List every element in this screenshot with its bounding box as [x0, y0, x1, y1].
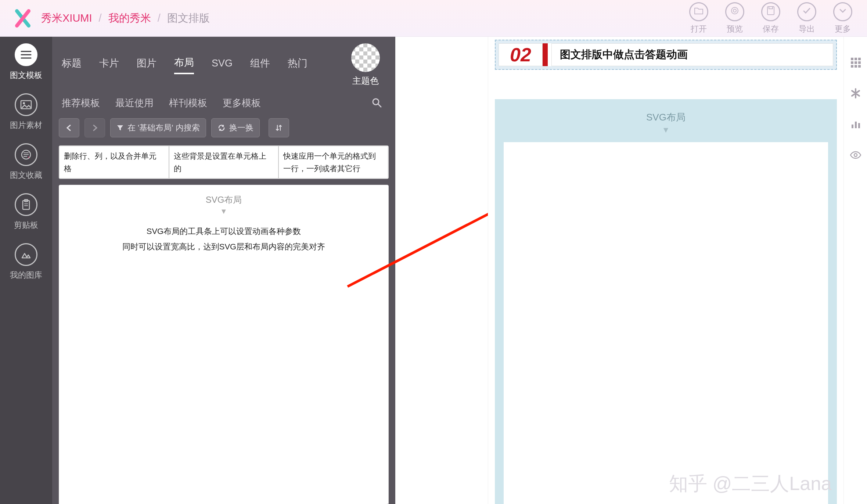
- block-title: 图文排版中做点击答题动画: [560, 47, 688, 62]
- chevron-down-icon: [838, 6, 847, 17]
- rail-clipboard[interactable]: 剪贴板: [14, 193, 38, 231]
- svg-layout-line2: 同时可以设置宽高比，达到SVG层和布局内容的完美对齐: [70, 239, 377, 255]
- filter-icon: [116, 124, 124, 132]
- subtab-recent[interactable]: 最近使用: [115, 97, 154, 109]
- check-icon: [802, 6, 812, 18]
- subtab-sample[interactable]: 样刊模板: [169, 97, 207, 109]
- filter-button[interactable]: 在 '基础布局' 内搜索: [110, 118, 206, 137]
- nav-forward-button[interactable]: [84, 118, 105, 137]
- template-panel: 标题 卡片 图片 布局 SVG 组件 热门 主题色 推荐模板 最近使用 样刊模板…: [52, 37, 395, 504]
- open-action[interactable]: 打开: [689, 2, 708, 35]
- export-label: 导出: [797, 24, 816, 35]
- subtabs-row: 推荐模板 最近使用 样刊模板 更多模板: [52, 87, 395, 118]
- svg-rect-2: [767, 7, 774, 15]
- crumb-current: 图文排版: [167, 11, 210, 26]
- rail-templates-label: 图文模板: [10, 70, 42, 81]
- svg-rect-12: [858, 58, 861, 60]
- svg-rect-14: [855, 61, 857, 64]
- theme-color[interactable]: 主题色: [345, 43, 386, 87]
- editor-canvas[interactable]: 02 图文排版中做点击答题动画 SVG布局 ▼ 知乎 @二三人Lana: [488, 37, 843, 504]
- block-number: 02: [510, 44, 531, 66]
- crumb-sep: /: [158, 12, 161, 24]
- shuffle-label: 换一换: [229, 122, 253, 133]
- svg-layout-line1: SVG布局的工具条上可以设置动画各种参数: [70, 224, 377, 239]
- tab-title[interactable]: 标题: [62, 57, 82, 73]
- table-cell: 快速应用一个单元的格式到一行，一列或者其它行: [278, 146, 388, 179]
- save-icon: [766, 6, 775, 18]
- content-block[interactable]: 02 图文排版中做点击答题动画: [495, 40, 837, 70]
- refresh-icon: [217, 124, 226, 132]
- watermark: 知乎 @二三人Lana: [669, 471, 832, 497]
- svg-layout-title: SVG布局: [59, 185, 388, 207]
- tabs-row: 标题 卡片 图片 布局 SVG 组件 热门 主题色: [52, 37, 395, 87]
- tab-layout[interactable]: 布局: [174, 56, 194, 74]
- tab-image[interactable]: 图片: [137, 57, 157, 73]
- theme-swatch: [351, 43, 380, 72]
- folder-icon: [694, 7, 704, 17]
- rail-gallery[interactable]: 我的图库: [10, 243, 42, 281]
- svg-rect-20: [855, 122, 857, 128]
- rail-favorites-label: 图文收藏: [10, 170, 42, 181]
- rail-favorites[interactable]: 图文收藏: [10, 143, 42, 181]
- nav-back-button[interactable]: [59, 118, 79, 137]
- top-actions: 打开 预览 保存 导出 更多: [689, 0, 852, 36]
- save-label: 保存: [761, 24, 780, 35]
- search-icon[interactable]: [368, 94, 386, 112]
- subtab-more[interactable]: 更多模板: [223, 97, 261, 109]
- svg-rect-15: [858, 61, 861, 64]
- export-action[interactable]: 导出: [797, 2, 816, 35]
- preview-icon: [730, 6, 740, 18]
- chart-icon[interactable]: [848, 117, 863, 132]
- template-list[interactable]: 删除行、列，以及合并单元格 这些背景是设置在单元格上的 快速应用一个单元的格式到…: [52, 145, 395, 504]
- rail-templates[interactable]: 图文模板: [10, 43, 42, 81]
- brand-logo: [11, 7, 35, 30]
- svg-rect-10: [851, 58, 853, 60]
- sort-button[interactable]: [269, 118, 289, 137]
- body: 图文模板 图片素材 图文收藏 剪贴板 我的图库: [0, 37, 867, 504]
- save-action[interactable]: 保存: [761, 2, 780, 35]
- shuffle-button[interactable]: 换一换: [211, 118, 260, 137]
- clipboard-icon: [15, 193, 37, 216]
- tab-card[interactable]: 卡片: [99, 57, 119, 73]
- grid-icon[interactable]: [848, 55, 863, 70]
- preview-action[interactable]: 预览: [725, 2, 744, 35]
- more-label: 更多: [833, 24, 852, 35]
- template-card-svglayout[interactable]: SVG布局 ▼ SVG布局的工具条上可以设置动画各种参数 同时可以设置宽高比，达…: [59, 185, 389, 504]
- svg-rect-21: [858, 123, 860, 128]
- svg-rect-16: [851, 65, 853, 68]
- chevron-down-icon: ▼: [59, 207, 388, 219]
- svg-rect-13: [851, 61, 853, 64]
- arrow-left-icon: [65, 124, 73, 132]
- tab-hot[interactable]: 热门: [288, 57, 307, 73]
- arrow-right-icon: [91, 124, 99, 132]
- template-card-table[interactable]: 删除行、列，以及合并单元格 这些背景是设置在单元格上的 快速应用一个单元的格式到…: [59, 145, 389, 179]
- sort-icon: [275, 124, 283, 132]
- svg-rect-17: [855, 65, 857, 68]
- top-header: 秀米XIUMI / 我的秀米 / 图文排版 打开 预览 保存 导出: [0, 0, 867, 37]
- svg-rect-19: [852, 125, 853, 128]
- svg-point-1: [733, 9, 736, 12]
- crumb-my[interactable]: 我的秀米: [108, 11, 151, 26]
- svg-point-22: [854, 154, 857, 156]
- eye-icon[interactable]: [848, 148, 863, 162]
- subtab-recommend[interactable]: 推荐模板: [62, 97, 100, 109]
- svg-layout-frame[interactable]: SVG布局 ▼: [495, 99, 837, 504]
- more-action[interactable]: 更多: [833, 2, 852, 35]
- rail-images[interactable]: 图片素材: [10, 93, 42, 131]
- table-cell: 这些背景是设置在单元格上的: [169, 146, 279, 179]
- tab-widget[interactable]: 组件: [250, 57, 270, 73]
- left-rail: 图文模板 图片素材 图文收藏 剪贴板 我的图库: [0, 37, 52, 504]
- tab-svg[interactable]: SVG: [212, 58, 233, 73]
- brand-name[interactable]: 秀米XIUMI: [41, 11, 92, 26]
- gutter: [395, 37, 488, 504]
- right-mini-rail: [843, 37, 867, 504]
- svg-point-4: [23, 102, 25, 104]
- filter-label: 在 '基础布局' 内搜索: [127, 122, 200, 133]
- image-icon: [15, 93, 37, 116]
- chevron-down-icon: ▼: [499, 125, 832, 141]
- table-cell: 删除行、列，以及合并单元格: [59, 146, 169, 179]
- svg-point-0: [731, 7, 738, 14]
- svg-frame-page[interactable]: [502, 141, 830, 504]
- theme-label: 主题色: [345, 75, 386, 87]
- asterisk-icon[interactable]: [848, 86, 863, 101]
